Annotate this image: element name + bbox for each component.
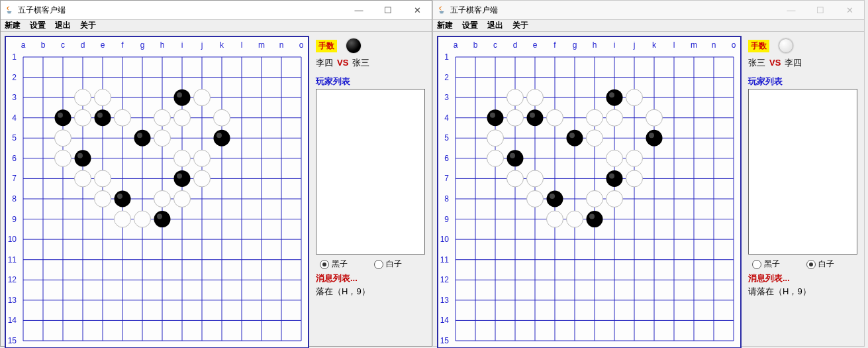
player-list[interactable] bbox=[748, 89, 857, 255]
stone-black bbox=[606, 89, 623, 106]
titlebar[interactable]: 五子棋客户端—☐✕ bbox=[433, 1, 864, 20]
titlebar[interactable]: 五子棋客户端—☐✕ bbox=[1, 1, 432, 20]
color-radio-group: 黑子白子 bbox=[316, 259, 425, 270]
stone-white bbox=[134, 211, 151, 227]
stone-black bbox=[75, 150, 91, 166]
row-label: 9 bbox=[444, 215, 449, 224]
row-label: 8 bbox=[444, 194, 449, 203]
menu-item[interactable]: 退出 bbox=[487, 20, 503, 31]
col-label: j bbox=[633, 40, 636, 50]
board-holder[interactable]: abcdefghijklmno123456789101112131415 bbox=[5, 36, 309, 348]
radio-white[interactable]: 白子 bbox=[374, 259, 402, 270]
stone-black bbox=[154, 211, 171, 227]
stone-white bbox=[115, 109, 131, 126]
radio-label: 白子 bbox=[386, 259, 402, 270]
svg-point-36 bbox=[177, 173, 182, 178]
col-label: h bbox=[160, 40, 165, 50]
menu-item[interactable]: 新建 bbox=[5, 20, 21, 31]
stone-white bbox=[214, 109, 230, 126]
stone-black bbox=[487, 109, 504, 126]
stone-white bbox=[194, 170, 211, 187]
menu-item[interactable]: 退出 bbox=[55, 20, 71, 31]
color-radio-group: 黑子白子 bbox=[748, 259, 857, 270]
stone-black bbox=[95, 109, 111, 126]
row-label: 11 bbox=[440, 255, 450, 264]
window-title: 五子棋客户端 bbox=[18, 5, 66, 16]
row-label: 2 bbox=[444, 73, 449, 82]
minimize-button[interactable]: — bbox=[777, 1, 806, 19]
radio-black[interactable]: 黑子 bbox=[752, 259, 780, 270]
col-label: g bbox=[573, 40, 577, 50]
stone-black bbox=[567, 130, 583, 146]
stone-white bbox=[527, 170, 544, 187]
player-list[interactable] bbox=[316, 89, 425, 255]
gomoku-board[interactable]: abcdefghijklmno123456789101112131415 bbox=[438, 37, 740, 347]
close-button[interactable]: ✕ bbox=[835, 1, 864, 19]
stone-white bbox=[507, 109, 524, 126]
menu-item[interactable]: 新建 bbox=[437, 20, 453, 31]
row-label: 10 bbox=[8, 235, 17, 244]
turn-row: 手数 bbox=[316, 37, 425, 54]
menu-item[interactable]: 关于 bbox=[512, 20, 528, 31]
stone-white bbox=[567, 211, 583, 227]
radio-white[interactable]: 白子 bbox=[806, 259, 834, 270]
turn-stone-icon bbox=[779, 38, 793, 53]
stone-white bbox=[507, 170, 524, 187]
stone-white bbox=[626, 89, 643, 106]
stone-white bbox=[606, 191, 623, 207]
col-label: m bbox=[258, 40, 265, 50]
board-holder[interactable]: abcdefghijklmno123456789101112131415 bbox=[437, 36, 742, 348]
col-label: e bbox=[101, 40, 105, 50]
radio-black[interactable]: 黑子 bbox=[320, 259, 348, 270]
svg-point-70 bbox=[490, 113, 495, 118]
stone-white bbox=[154, 130, 171, 146]
minimize-button[interactable]: — bbox=[344, 1, 373, 19]
stone-black bbox=[55, 109, 72, 126]
stone-white bbox=[626, 170, 643, 187]
turn-row: 手数 bbox=[748, 37, 857, 54]
stone-white bbox=[55, 150, 72, 166]
gomoku-board[interactable]: abcdefghijklmno123456789101112131415 bbox=[6, 37, 308, 347]
col-label: d bbox=[81, 40, 85, 50]
col-label: n bbox=[712, 40, 716, 50]
player-right: 张三 bbox=[352, 58, 369, 68]
vs-row: 李四VS张三 bbox=[316, 57, 425, 69]
stone-black bbox=[587, 211, 603, 227]
svg-point-32 bbox=[97, 113, 103, 118]
col-label: e bbox=[533, 40, 538, 50]
stone-black bbox=[174, 89, 191, 106]
radio-circle-icon bbox=[752, 260, 761, 269]
col-label: j bbox=[201, 40, 203, 50]
app-window: 五子棋客户端—☐✕新建设置退出关于abcdefghijklmno12345678… bbox=[0, 0, 432, 347]
close-button[interactable]: ✕ bbox=[403, 1, 432, 19]
menu-item[interactable]: 设置 bbox=[30, 20, 46, 31]
col-label: n bbox=[279, 40, 284, 50]
row-label: 3 bbox=[12, 93, 17, 102]
svg-point-34 bbox=[217, 133, 222, 138]
maximize-button[interactable]: ☐ bbox=[373, 1, 403, 19]
stone-white bbox=[547, 211, 563, 227]
message-list-title: 消息列表... bbox=[316, 272, 425, 284]
row-label: 8 bbox=[12, 194, 17, 203]
row-label: 6 bbox=[444, 154, 449, 163]
stone-white bbox=[75, 109, 91, 126]
side-panel: 手数李四VS张三玩家列表黑子白子消息列表...落在（H，9） bbox=[313, 36, 428, 348]
player-list-title: 玩家列表 bbox=[316, 76, 425, 87]
row-label: 10 bbox=[440, 235, 450, 244]
player-left: 张三 bbox=[748, 58, 765, 68]
row-label: 15 bbox=[8, 336, 17, 345]
menu-item[interactable]: 关于 bbox=[80, 20, 96, 31]
stone-black bbox=[547, 191, 563, 207]
stone-white bbox=[75, 89, 91, 106]
col-label: h bbox=[593, 40, 597, 50]
maximize-button[interactable]: ☐ bbox=[806, 1, 835, 19]
vs-label: VS bbox=[337, 58, 348, 68]
svg-point-35 bbox=[77, 153, 83, 158]
menubar: 新建设置退出关于 bbox=[433, 20, 864, 32]
java-icon bbox=[5, 5, 14, 15]
radio-circle-icon bbox=[374, 260, 383, 269]
svg-point-33 bbox=[137, 133, 142, 138]
menu-item[interactable]: 设置 bbox=[462, 20, 478, 31]
row-label: 1 bbox=[444, 52, 449, 62]
stone-white bbox=[646, 109, 663, 126]
